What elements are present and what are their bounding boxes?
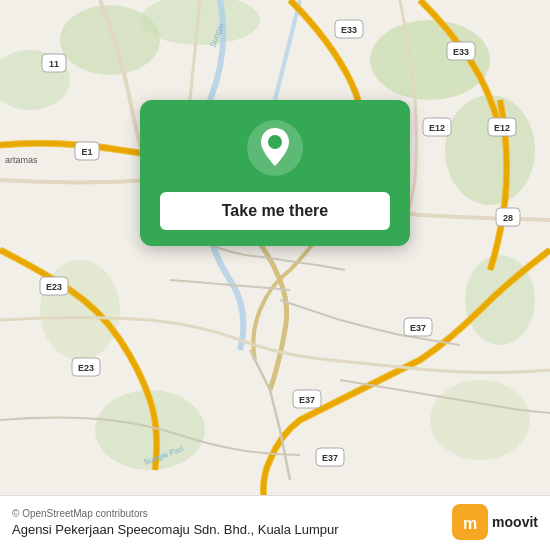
place-name: Agensi Pekerjaan Speecomaju Sdn. Bhd., K…	[12, 522, 339, 537]
moovit-icon: m	[452, 504, 488, 540]
svg-point-9	[430, 380, 530, 460]
bottom-bar: © OpenStreetMap contributors Agensi Peke…	[0, 495, 550, 550]
svg-text:E37: E37	[299, 395, 315, 405]
svg-text:11: 11	[49, 59, 59, 69]
svg-text:E33: E33	[453, 47, 469, 57]
svg-text:E23: E23	[46, 282, 62, 292]
moovit-brand-label: moovit	[492, 514, 538, 530]
svg-text:E1: E1	[81, 147, 92, 157]
svg-text:artamas: artamas	[5, 155, 38, 165]
svg-text:E12: E12	[429, 123, 445, 133]
action-card: Take me there	[140, 100, 410, 246]
map-container: Sungai Sungai Pari E33 E33 E12 E12 E1 E2…	[0, 0, 550, 550]
location-pin-icon	[247, 120, 303, 176]
svg-text:m: m	[463, 515, 477, 532]
svg-text:E23: E23	[78, 363, 94, 373]
svg-point-38	[268, 135, 282, 149]
take-me-there-button[interactable]: Take me there	[160, 192, 390, 230]
svg-text:E37: E37	[410, 323, 426, 333]
map-background: Sungai Sungai Pari E33 E33 E12 E12 E1 E2…	[0, 0, 550, 550]
svg-text:E37: E37	[322, 453, 338, 463]
svg-text:28: 28	[503, 213, 513, 223]
bottom-left-info: © OpenStreetMap contributors Agensi Peke…	[12, 508, 339, 537]
moovit-logo: m moovit	[452, 504, 538, 540]
svg-text:E12: E12	[494, 123, 510, 133]
map-attribution: © OpenStreetMap contributors	[12, 508, 339, 519]
svg-point-2	[445, 95, 535, 205]
svg-text:E33: E33	[341, 25, 357, 35]
